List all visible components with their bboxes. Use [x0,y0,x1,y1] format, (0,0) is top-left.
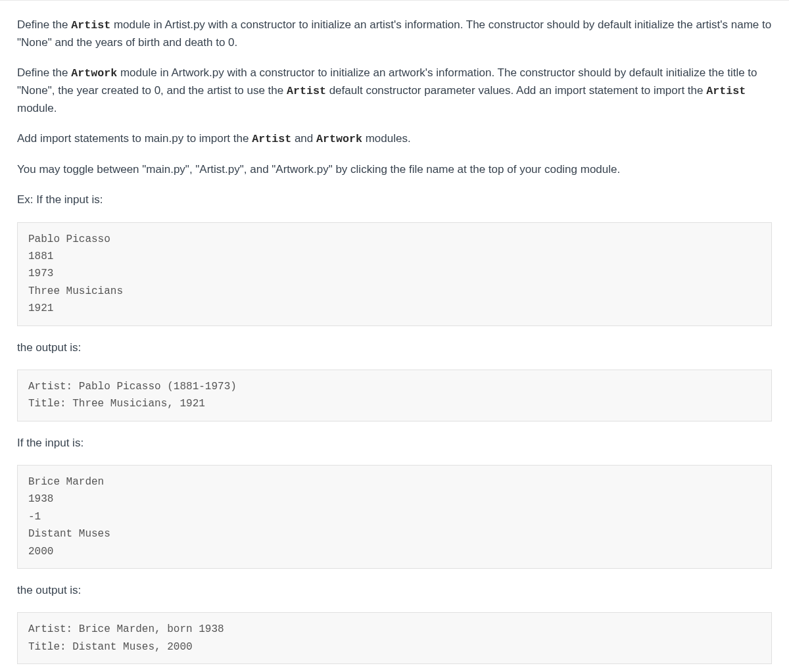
label-output-2: the output is: [17,582,772,599]
code-block-output-1: Artist: Pablo Picasso (1881-1973) Title:… [17,370,772,421]
code-block-output-2: Artist: Brice Marden, born 1938 Title: D… [17,612,772,664]
text: If the input is: [17,437,84,449]
paragraph-artist-module: Define the Artist module in Artist.py wi… [17,16,772,51]
code-artwork: Artwork [316,133,362,145]
text: Ex: If the input is: [17,193,103,206]
paragraph-toggle-info: You may toggle between "main.py", "Artis… [17,161,772,178]
text: Define the [17,66,71,79]
text: Add import statements to main.py to impo… [17,132,252,145]
paragraph-artwork-module: Define the Artwork module in Artwork.py … [17,64,772,117]
problem-description: Define the Artist module in Artist.py wi… [0,16,789,672]
code-artist: Artist [252,133,291,145]
text: the output is: [17,341,81,354]
code-artist: Artist [287,85,326,97]
code-artist: Artist [71,19,110,32]
label-input-2: If the input is: [17,435,772,452]
code-artist: Artist [706,85,746,97]
text: the output is: [17,584,81,596]
text: You may toggle between "main.py", "Artis… [17,163,620,176]
label-output: the output is: [17,339,772,356]
text: modules. [362,132,411,145]
paragraph-import-main: Add import statements to main.py to impo… [17,130,772,148]
text: module in Artist.py with a constructor t… [17,18,771,49]
text: default constructor parameter values. Ad… [326,84,706,97]
code-block-input-2: Brice Marden 1938 -1 Distant Muses 2000 [17,465,772,569]
code-block-input-1: Pablo Picasso 1881 1973 Three Musicians … [17,222,772,326]
text: and [291,132,316,145]
text: Define the [17,18,71,31]
label-example-input: Ex: If the input is: [17,191,772,208]
text: module. [17,102,57,114]
code-artwork: Artwork [71,67,117,80]
top-divider [0,0,789,1]
